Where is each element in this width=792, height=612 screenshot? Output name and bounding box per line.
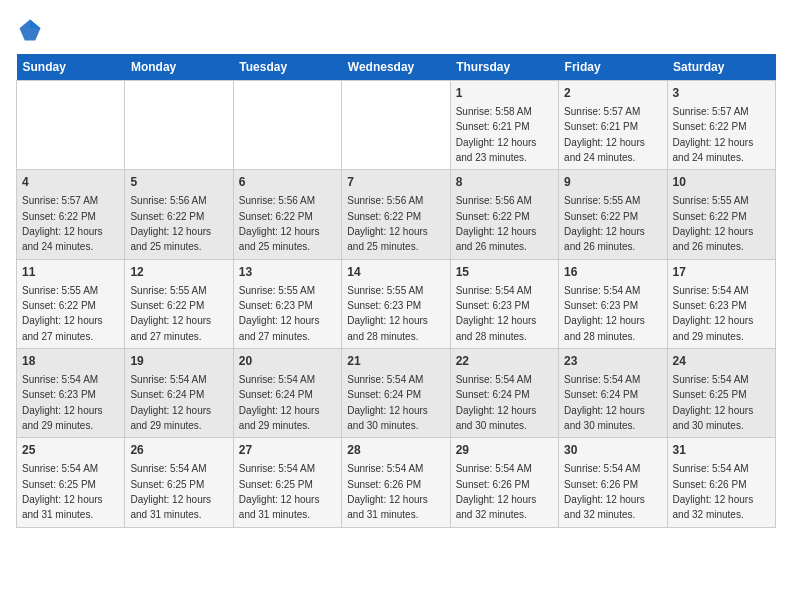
calendar-cell: 27Sunrise: 5:54 AM Sunset: 6:25 PM Dayli… bbox=[233, 438, 341, 527]
calendar-header: SundayMondayTuesdayWednesdayThursdayFrid… bbox=[17, 54, 776, 81]
day-number: 7 bbox=[347, 174, 444, 191]
calendar-cell bbox=[125, 81, 233, 170]
day-number: 13 bbox=[239, 264, 336, 281]
weekday-sunday: Sunday bbox=[17, 54, 125, 81]
day-number: 19 bbox=[130, 353, 227, 370]
day-detail: Sunrise: 5:54 AM Sunset: 6:24 PM Dayligh… bbox=[239, 374, 320, 431]
weekday-header-row: SundayMondayTuesdayWednesdayThursdayFrid… bbox=[17, 54, 776, 81]
day-detail: Sunrise: 5:54 AM Sunset: 6:23 PM Dayligh… bbox=[22, 374, 103, 431]
calendar-table: SundayMondayTuesdayWednesdayThursdayFrid… bbox=[16, 54, 776, 528]
weekday-wednesday: Wednesday bbox=[342, 54, 450, 81]
day-number: 8 bbox=[456, 174, 553, 191]
day-detail: Sunrise: 5:54 AM Sunset: 6:26 PM Dayligh… bbox=[673, 463, 754, 520]
logo bbox=[16, 16, 48, 44]
day-number: 2 bbox=[564, 85, 661, 102]
weekday-friday: Friday bbox=[559, 54, 667, 81]
calendar-cell: 3Sunrise: 5:57 AM Sunset: 6:22 PM Daylig… bbox=[667, 81, 775, 170]
calendar-cell: 15Sunrise: 5:54 AM Sunset: 6:23 PM Dayli… bbox=[450, 259, 558, 348]
calendar-cell: 29Sunrise: 5:54 AM Sunset: 6:26 PM Dayli… bbox=[450, 438, 558, 527]
calendar-cell: 22Sunrise: 5:54 AM Sunset: 6:24 PM Dayli… bbox=[450, 349, 558, 438]
calendar-cell: 5Sunrise: 5:56 AM Sunset: 6:22 PM Daylig… bbox=[125, 170, 233, 259]
day-detail: Sunrise: 5:55 AM Sunset: 6:22 PM Dayligh… bbox=[130, 285, 211, 342]
calendar-cell: 28Sunrise: 5:54 AM Sunset: 6:26 PM Dayli… bbox=[342, 438, 450, 527]
day-detail: Sunrise: 5:54 AM Sunset: 6:24 PM Dayligh… bbox=[456, 374, 537, 431]
day-number: 5 bbox=[130, 174, 227, 191]
day-number: 3 bbox=[673, 85, 770, 102]
calendar-cell: 14Sunrise: 5:55 AM Sunset: 6:23 PM Dayli… bbox=[342, 259, 450, 348]
calendar-cell: 8Sunrise: 5:56 AM Sunset: 6:22 PM Daylig… bbox=[450, 170, 558, 259]
calendar-body: 1Sunrise: 5:58 AM Sunset: 6:21 PM Daylig… bbox=[17, 81, 776, 528]
calendar-week-5: 25Sunrise: 5:54 AM Sunset: 6:25 PM Dayli… bbox=[17, 438, 776, 527]
day-detail: Sunrise: 5:56 AM Sunset: 6:22 PM Dayligh… bbox=[239, 195, 320, 252]
day-detail: Sunrise: 5:57 AM Sunset: 6:22 PM Dayligh… bbox=[673, 106, 754, 163]
calendar-cell: 6Sunrise: 5:56 AM Sunset: 6:22 PM Daylig… bbox=[233, 170, 341, 259]
day-detail: Sunrise: 5:54 AM Sunset: 6:25 PM Dayligh… bbox=[239, 463, 320, 520]
calendar-cell: 2Sunrise: 5:57 AM Sunset: 6:21 PM Daylig… bbox=[559, 81, 667, 170]
calendar-cell bbox=[233, 81, 341, 170]
calendar-cell: 10Sunrise: 5:55 AM Sunset: 6:22 PM Dayli… bbox=[667, 170, 775, 259]
day-number: 11 bbox=[22, 264, 119, 281]
day-detail: Sunrise: 5:58 AM Sunset: 6:21 PM Dayligh… bbox=[456, 106, 537, 163]
day-number: 6 bbox=[239, 174, 336, 191]
day-number: 15 bbox=[456, 264, 553, 281]
day-number: 16 bbox=[564, 264, 661, 281]
day-number: 22 bbox=[456, 353, 553, 370]
svg-marker-1 bbox=[30, 20, 41, 29]
day-number: 12 bbox=[130, 264, 227, 281]
calendar-week-3: 11Sunrise: 5:55 AM Sunset: 6:22 PM Dayli… bbox=[17, 259, 776, 348]
day-number: 24 bbox=[673, 353, 770, 370]
day-number: 27 bbox=[239, 442, 336, 459]
calendar-cell: 20Sunrise: 5:54 AM Sunset: 6:24 PM Dayli… bbox=[233, 349, 341, 438]
day-detail: Sunrise: 5:57 AM Sunset: 6:21 PM Dayligh… bbox=[564, 106, 645, 163]
day-detail: Sunrise: 5:55 AM Sunset: 6:22 PM Dayligh… bbox=[673, 195, 754, 252]
weekday-thursday: Thursday bbox=[450, 54, 558, 81]
calendar-cell: 24Sunrise: 5:54 AM Sunset: 6:25 PM Dayli… bbox=[667, 349, 775, 438]
day-detail: Sunrise: 5:54 AM Sunset: 6:24 PM Dayligh… bbox=[130, 374, 211, 431]
day-detail: Sunrise: 5:54 AM Sunset: 6:25 PM Dayligh… bbox=[673, 374, 754, 431]
day-detail: Sunrise: 5:54 AM Sunset: 6:25 PM Dayligh… bbox=[22, 463, 103, 520]
calendar-cell: 13Sunrise: 5:55 AM Sunset: 6:23 PM Dayli… bbox=[233, 259, 341, 348]
weekday-saturday: Saturday bbox=[667, 54, 775, 81]
day-number: 10 bbox=[673, 174, 770, 191]
day-detail: Sunrise: 5:54 AM Sunset: 6:26 PM Dayligh… bbox=[347, 463, 428, 520]
calendar-week-4: 18Sunrise: 5:54 AM Sunset: 6:23 PM Dayli… bbox=[17, 349, 776, 438]
calendar-cell: 25Sunrise: 5:54 AM Sunset: 6:25 PM Dayli… bbox=[17, 438, 125, 527]
day-number: 9 bbox=[564, 174, 661, 191]
day-detail: Sunrise: 5:54 AM Sunset: 6:23 PM Dayligh… bbox=[673, 285, 754, 342]
day-number: 29 bbox=[456, 442, 553, 459]
page-header bbox=[16, 16, 776, 44]
calendar-cell: 30Sunrise: 5:54 AM Sunset: 6:26 PM Dayli… bbox=[559, 438, 667, 527]
calendar-cell: 4Sunrise: 5:57 AM Sunset: 6:22 PM Daylig… bbox=[17, 170, 125, 259]
day-detail: Sunrise: 5:54 AM Sunset: 6:25 PM Dayligh… bbox=[130, 463, 211, 520]
calendar-cell: 1Sunrise: 5:58 AM Sunset: 6:21 PM Daylig… bbox=[450, 81, 558, 170]
day-detail: Sunrise: 5:57 AM Sunset: 6:22 PM Dayligh… bbox=[22, 195, 103, 252]
calendar-week-1: 1Sunrise: 5:58 AM Sunset: 6:21 PM Daylig… bbox=[17, 81, 776, 170]
day-number: 23 bbox=[564, 353, 661, 370]
calendar-cell: 26Sunrise: 5:54 AM Sunset: 6:25 PM Dayli… bbox=[125, 438, 233, 527]
day-detail: Sunrise: 5:56 AM Sunset: 6:22 PM Dayligh… bbox=[130, 195, 211, 252]
calendar-cell: 12Sunrise: 5:55 AM Sunset: 6:22 PM Dayli… bbox=[125, 259, 233, 348]
day-number: 26 bbox=[130, 442, 227, 459]
weekday-monday: Monday bbox=[125, 54, 233, 81]
day-detail: Sunrise: 5:56 AM Sunset: 6:22 PM Dayligh… bbox=[456, 195, 537, 252]
day-number: 14 bbox=[347, 264, 444, 281]
day-detail: Sunrise: 5:54 AM Sunset: 6:26 PM Dayligh… bbox=[564, 463, 645, 520]
day-number: 17 bbox=[673, 264, 770, 281]
calendar-cell: 19Sunrise: 5:54 AM Sunset: 6:24 PM Dayli… bbox=[125, 349, 233, 438]
day-number: 28 bbox=[347, 442, 444, 459]
day-detail: Sunrise: 5:54 AM Sunset: 6:23 PM Dayligh… bbox=[564, 285, 645, 342]
day-number: 30 bbox=[564, 442, 661, 459]
day-detail: Sunrise: 5:54 AM Sunset: 6:23 PM Dayligh… bbox=[456, 285, 537, 342]
logo-icon bbox=[16, 16, 44, 44]
calendar-cell: 9Sunrise: 5:55 AM Sunset: 6:22 PM Daylig… bbox=[559, 170, 667, 259]
day-number: 4 bbox=[22, 174, 119, 191]
calendar-cell: 31Sunrise: 5:54 AM Sunset: 6:26 PM Dayli… bbox=[667, 438, 775, 527]
calendar-cell: 23Sunrise: 5:54 AM Sunset: 6:24 PM Dayli… bbox=[559, 349, 667, 438]
day-number: 1 bbox=[456, 85, 553, 102]
calendar-cell bbox=[17, 81, 125, 170]
day-detail: Sunrise: 5:54 AM Sunset: 6:26 PM Dayligh… bbox=[456, 463, 537, 520]
day-number: 20 bbox=[239, 353, 336, 370]
calendar-cell: 18Sunrise: 5:54 AM Sunset: 6:23 PM Dayli… bbox=[17, 349, 125, 438]
day-detail: Sunrise: 5:55 AM Sunset: 6:22 PM Dayligh… bbox=[564, 195, 645, 252]
calendar-cell: 11Sunrise: 5:55 AM Sunset: 6:22 PM Dayli… bbox=[17, 259, 125, 348]
